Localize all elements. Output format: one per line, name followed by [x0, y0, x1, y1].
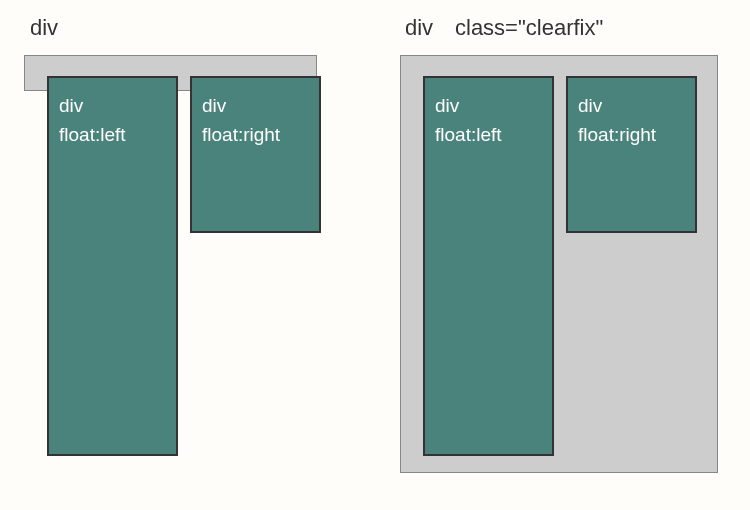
float-left-box: div float:left [47, 76, 178, 456]
demo-without-clearfix: div float:left div float:right [24, 55, 317, 91]
box-label-line2: float:left [59, 120, 168, 149]
right-header-class-label: class="clearfix" [455, 15, 603, 41]
clearfix-container: div float:left div float:right [400, 55, 718, 473]
box-label-line2: float:right [578, 120, 687, 149]
box-label-line1: div [578, 91, 687, 120]
box-label-line2: float:left [435, 120, 544, 149]
box-label-line1: div [435, 91, 544, 120]
box-label-line2: float:right [202, 120, 311, 149]
float-right-box: div float:right [190, 76, 321, 233]
box-label-line1: div [59, 91, 168, 120]
box-label-line1: div [202, 91, 311, 120]
right-header-div-label: div [405, 15, 433, 41]
float-left-box: div float:left [423, 76, 554, 456]
collapsed-container: div float:left div float:right [24, 55, 317, 91]
demo-with-clearfix: div float:left div float:right [400, 55, 718, 473]
float-right-box: div float:right [566, 76, 697, 233]
left-header-label: div [30, 15, 58, 41]
